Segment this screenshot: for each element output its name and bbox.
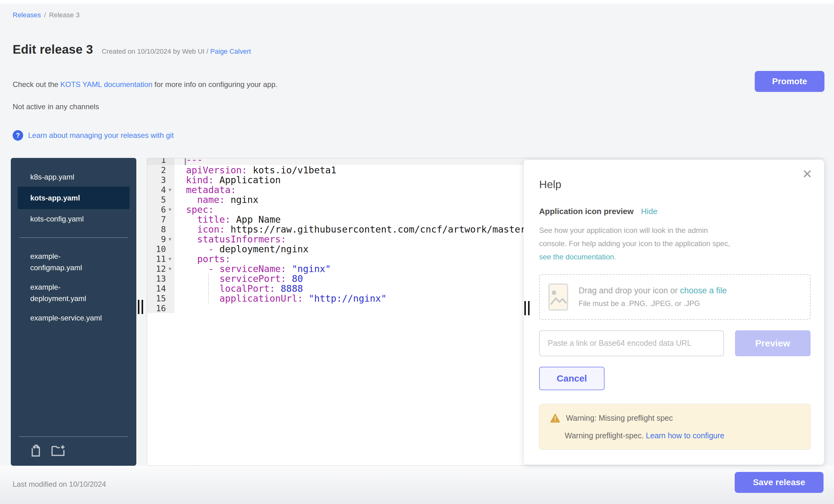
page-title: Edit release 3 (13, 43, 93, 57)
desc-line-2: console. For help adding your icon to th… (539, 237, 811, 250)
icon-preview-description: See how your application icon will look … (539, 224, 811, 264)
file-list-top: k8s-app.yamlkots-app.yamlkots-config.yam… (11, 167, 136, 229)
gutter-line-number: 14 (147, 283, 174, 293)
gutter-line-number: 10 (147, 244, 174, 254)
icon-preview-section-header: Application icon preview Hide (539, 207, 811, 216)
file-plus-icon[interactable] (29, 443, 43, 458)
fold-arrow-icon[interactable]: ▾ (166, 256, 174, 262)
gutter-line-number: 8 (147, 224, 174, 234)
kots-yaml-docs-link[interactable]: KOTS YAML documentation (61, 80, 152, 89)
file-list-bottom: example-configmap.yamlexample-deployment… (11, 246, 136, 328)
git-help-link[interactable]: Learn about managing your releases with … (28, 131, 174, 140)
file-tree-divider (19, 238, 128, 238)
file-item-example-deployment.yaml[interactable]: example-deployment.yaml (30, 277, 111, 308)
sidebar-footer (11, 428, 136, 466)
warning-detail: Warning preflight-spec. Learn how to con… (550, 431, 800, 440)
warning-text: Warning: Missing preflight spec (566, 414, 673, 422)
docs-prefix: Check out the (13, 80, 61, 89)
created-text: Created on 10/10/2024 by Web UI / Paige … (102, 47, 251, 56)
fold-arrow-icon[interactable]: ▾ (166, 187, 174, 193)
breadcrumb-releases-link[interactable]: Releases (13, 11, 41, 19)
hide-link[interactable]: Hide (641, 207, 657, 216)
file-item-example-configmap.yaml[interactable]: example-configmap.yaml (30, 246, 111, 277)
breadcrumb-separator: / (44, 11, 46, 19)
gutter-line-number: 13 (147, 273, 174, 283)
choose-file-link[interactable]: choose a file (680, 286, 727, 295)
fold-arrow-icon[interactable]: ▾ (166, 206, 174, 213)
docs-line: Check out the KOTS YAML documentation fo… (13, 80, 278, 89)
breadcrumb-current: Release 3 (49, 11, 80, 19)
help-panel: ✕ Help Application icon preview Hide See… (524, 160, 824, 464)
image-placeholder-icon (548, 283, 568, 311)
file-item-kots-app.yaml[interactable]: kots-app.yaml (18, 187, 130, 209)
gutter-line-number: 11▾ (147, 254, 174, 264)
save-release-button[interactable]: Save release (735, 472, 824, 493)
indent-guide (208, 283, 209, 293)
help-panel-resize-handle[interactable] (524, 301, 530, 315)
dropzone-text: Drag and drop your icon or choose a file… (578, 286, 727, 308)
created-prefix: Created on 10/10/2024 by Web UI / (102, 47, 208, 55)
gutter-line-number: 2 (147, 165, 174, 175)
title-row: Edit release 3 Created on 10/10/2024 by … (13, 43, 251, 57)
gutter-line-number: 3 (147, 175, 174, 185)
dropzone-note: File must be a .PNG, .JPEG, or .JPG (578, 299, 727, 308)
icon-url-row: Preview (539, 330, 811, 356)
gutter-line-number: 4▾ (147, 185, 174, 195)
icon-dropzone[interactable]: Drag and drop your icon or choose a file… (539, 274, 811, 320)
indent-guide (208, 273, 209, 283)
gutter-line-number: 6▾ (147, 204, 174, 214)
warning-detail-prefix: Warning preflight-spec. (565, 431, 646, 440)
docs-suffix: for more info on configuring your app. (152, 80, 278, 89)
gutter-line-number: 12▾ (147, 264, 174, 273)
breadcrumb: Releases/Release 3 (13, 11, 80, 19)
promote-button[interactable]: Promote (755, 71, 825, 92)
desc-line-1: See how your application icon will look … (539, 224, 811, 237)
gutter-line-number: 9▾ (147, 234, 174, 244)
desc-period: . (614, 253, 616, 261)
gutter-line-number: 1 (147, 158, 174, 165)
file-item-kots-config.yaml[interactable]: kots-config.yaml (30, 209, 111, 228)
help-panel-title: Help (539, 178, 811, 191)
created-by-link[interactable]: Paige Calvert (210, 47, 251, 55)
folder-plus-icon[interactable] (51, 443, 65, 458)
footer-bar: Last modified on 10/10/2024 Save release (0, 466, 834, 504)
see-documentation-link[interactable]: see the documentation (539, 253, 614, 261)
warning-triangle-icon (550, 413, 561, 423)
last-modified-text: Last modified on 10/10/2024 (13, 480, 106, 488)
git-help-row: ? Learn about managing your releases wit… (13, 130, 174, 141)
top-strip (0, 0, 834, 4)
warning-configure-link[interactable]: Learn how to configure (646, 431, 724, 440)
channel-status: Not active in any channels (13, 103, 99, 111)
fold-arrow-icon[interactable]: ▾ (166, 236, 174, 242)
sidebar-resize-handle[interactable] (138, 300, 143, 314)
cancel-button[interactable]: Cancel (539, 367, 605, 390)
file-item-example-service.yaml[interactable]: example-service.yaml (30, 308, 111, 328)
icon-url-input[interactable] (539, 330, 724, 356)
question-icon: ? (13, 130, 23, 141)
dropzone-prefix: Drag and drop your icon or (578, 286, 680, 295)
text-cursor (185, 158, 186, 165)
fold-arrow-icon[interactable]: ▾ (166, 266, 174, 272)
indent-guide (208, 293, 209, 303)
close-icon[interactable]: ✕ (802, 168, 812, 180)
gutter-line-number: 5 (147, 195, 174, 204)
gutter-line-number: 16 (147, 303, 174, 313)
file-tree-sidebar: k8s-app.yamlkots-app.yamlkots-config.yam… (11, 158, 136, 466)
preflight-warning-box: Warning: Missing preflight spec Warning … (539, 404, 811, 450)
gutter-line-number: 15 (147, 293, 174, 303)
icon-preview-title: Application icon preview (539, 207, 634, 216)
gutter-line-number: 7 (147, 214, 174, 224)
preview-button[interactable]: Preview (735, 330, 811, 356)
file-item-k8s-app.yaml[interactable]: k8s-app.yaml (30, 167, 111, 187)
